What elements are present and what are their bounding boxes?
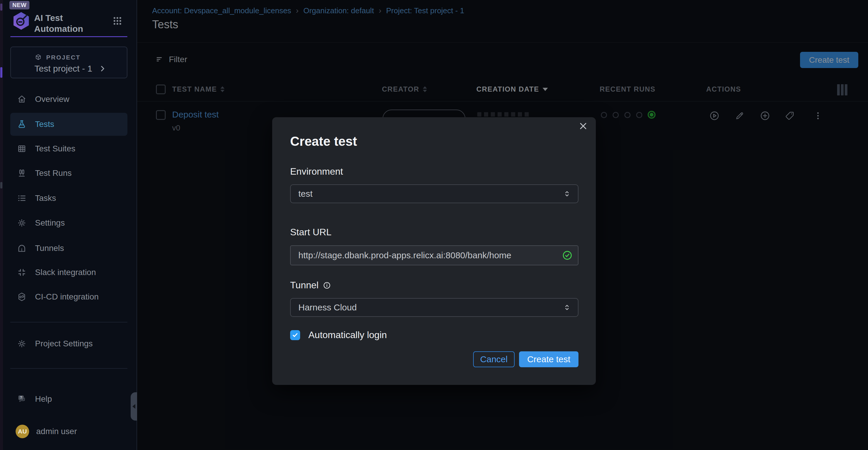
- sidebar-item-tests[interactable]: Tests: [10, 113, 127, 136]
- info-icon[interactable]: [323, 281, 331, 289]
- sidebar-item-tasks[interactable]: Tasks: [10, 187, 127, 210]
- sidebar-item-test-runs[interactable]: Test Runs: [10, 162, 127, 185]
- brand-divider: [10, 36, 127, 37]
- flask-icon: [17, 119, 27, 129]
- list-icon: [17, 193, 27, 203]
- sidebar: NEW AI Test Automation: [3, 0, 137, 450]
- sidebar-item-project-settings[interactable]: Project Settings: [10, 332, 127, 355]
- gear-icon: [17, 339, 27, 349]
- create-test-dialog: Create test Environment test Start URL T…: [272, 117, 596, 385]
- tunnel-label: Tunnel: [290, 280, 319, 291]
- app-logo-icon[interactable]: [11, 10, 31, 31]
- sidebar-item-cicd-integration[interactable]: CI-CD integration: [10, 285, 127, 308]
- environment-select[interactable]: test: [290, 185, 579, 203]
- chevron-up-down-icon: [563, 189, 571, 198]
- dialog-create-test-button[interactable]: Create test: [519, 351, 579, 367]
- environment-label: Environment: [290, 166, 343, 177]
- sidebar-item-test-suites[interactable]: Test Suites: [10, 137, 127, 160]
- help-icon: ?: [17, 394, 27, 404]
- rail-accent-mid: [0, 182, 2, 189]
- new-badge: NEW: [9, 1, 29, 9]
- slack-icon: [17, 268, 27, 277]
- project-card-name: Test project - 1: [34, 64, 92, 74]
- cancel-button[interactable]: Cancel: [473, 351, 515, 367]
- project-card-label: PROJECT: [46, 54, 81, 61]
- collapse-arrow-icon: [132, 404, 135, 409]
- auto-login-row: Automatically login: [290, 330, 387, 340]
- start-url-input[interactable]: [290, 245, 579, 265]
- app-switcher-icon[interactable]: [113, 16, 122, 26]
- gear-icon: [17, 218, 27, 228]
- project-selector[interactable]: PROJECT Test project - 1: [10, 47, 127, 78]
- chevron-up-down-icon: [563, 303, 571, 312]
- main-content: Account: Devspace_all_module_licenses › …: [137, 0, 868, 450]
- sidebar-item-overview[interactable]: Overview: [10, 88, 127, 111]
- rail-accent-top: [0, 3, 2, 10]
- sidebar-collapse-handle[interactable]: [131, 392, 137, 421]
- tunnel-value: Harness Cloud: [298, 303, 356, 312]
- user-name: admin user: [36, 427, 77, 436]
- sidebar-item-slack-integration[interactable]: Slack integration: [10, 261, 127, 284]
- auto-login-checkbox[interactable]: [290, 330, 300, 340]
- app-screen: NEW AI Test Automation: [0, 0, 868, 450]
- hexagon-link-icon: [17, 292, 27, 302]
- chevron-right-icon: [98, 64, 106, 73]
- grid-icon: [17, 144, 27, 154]
- svg-text:?: ?: [20, 395, 22, 400]
- sidebar-item-settings[interactable]: Settings: [10, 212, 127, 234]
- rail-scroll-thumb[interactable]: [0, 67, 2, 78]
- start-url-label: Start URL: [290, 227, 331, 238]
- module-rail: [0, 0, 3, 450]
- user-menu[interactable]: AU admin user: [10, 420, 127, 443]
- sidebar-item-tunnels[interactable]: Tunnels: [10, 237, 127, 260]
- home-icon: [17, 94, 27, 104]
- avatar: AU: [16, 425, 29, 438]
- sidebar-item-help[interactable]: ? Help: [10, 388, 127, 411]
- tunnel-select[interactable]: Harness Cloud: [290, 298, 579, 317]
- environment-value: test: [298, 189, 312, 199]
- close-icon[interactable]: [578, 121, 588, 131]
- tunnel-icon: [17, 243, 27, 253]
- cube-icon: [34, 54, 42, 61]
- url-valid-check-icon: [562, 250, 572, 261]
- sidebar-divider-2: [10, 368, 127, 369]
- sidebar-divider-1: [10, 322, 127, 322]
- columns-icon: [17, 168, 27, 178]
- auto-login-label: Automatically login: [308, 330, 387, 340]
- dialog-title: Create test: [290, 134, 357, 149]
- tunnel-label-row: Tunnel: [290, 280, 331, 291]
- app-title: AI Test Automation: [34, 12, 96, 34]
